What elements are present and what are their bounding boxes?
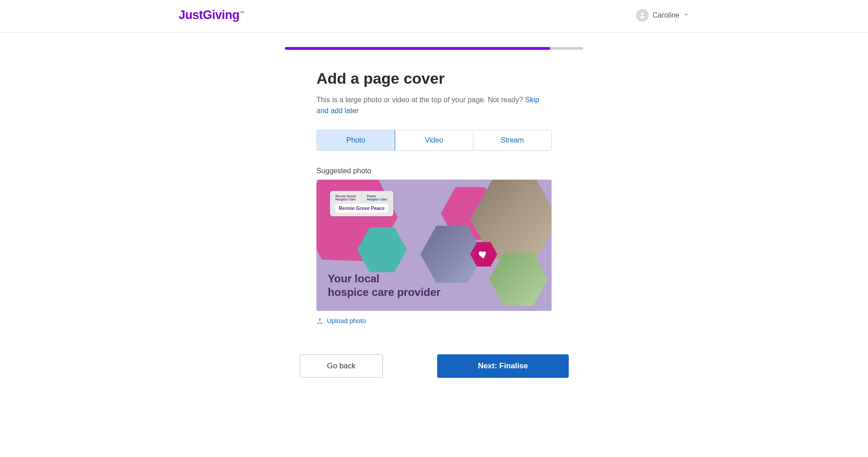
badge-logo-2: Peace Hospice Care: [367, 195, 388, 201]
logo-tm: ™: [240, 10, 245, 15]
go-back-button[interactable]: Go back: [300, 354, 383, 378]
progress-bar: [285, 47, 583, 50]
logo[interactable]: JustGiving™: [179, 8, 245, 22]
cover-type-tabs: Photo Video Stream: [316, 130, 552, 151]
tab-video[interactable]: Video: [395, 130, 473, 150]
logo-giving: Giving: [203, 8, 240, 22]
charity-badge: Rennie Grove Hospice Care Peace Hospice …: [330, 191, 393, 216]
upload-photo-link[interactable]: Upload photo: [316, 317, 552, 324]
header: JustGiving™ Caroline: [0, 0, 868, 33]
action-buttons: Go back Next: Finalise: [300, 354, 569, 378]
tagline-line: hospice care provider: [328, 286, 440, 299]
suggested-photo-label: Suggested photo: [316, 167, 552, 175]
logo-just: Just: [179, 8, 203, 22]
badge-name: Rennie Grove Peace: [335, 204, 388, 213]
badge-logo-1: Rennie Grove Hospice Care: [335, 195, 364, 201]
progress-fill: [285, 47, 550, 50]
avatar-icon: [636, 9, 649, 22]
upload-photo-label: Upload photo: [327, 317, 366, 324]
tab-stream[interactable]: Stream: [473, 130, 551, 150]
page-description: This is a large photo or video at the to…: [316, 95, 552, 116]
tab-photo[interactable]: Photo: [316, 130, 395, 151]
upload-icon: [316, 318, 323, 324]
next-finalise-button[interactable]: Next: Finalise: [437, 354, 568, 378]
username: Caroline: [652, 11, 679, 19]
tagline-line: Your local: [328, 272, 440, 286]
page-description-text: This is a large photo or video at the to…: [316, 96, 525, 104]
page-title: Add a page cover: [316, 70, 552, 87]
user-menu[interactable]: Caroline: [636, 9, 689, 22]
photo-tagline: Your local hospice care provider: [328, 272, 440, 299]
chevron-down-icon: [683, 11, 689, 19]
suggested-photo[interactable]: Rennie Grove Hospice Care Peace Hospice …: [316, 180, 552, 311]
